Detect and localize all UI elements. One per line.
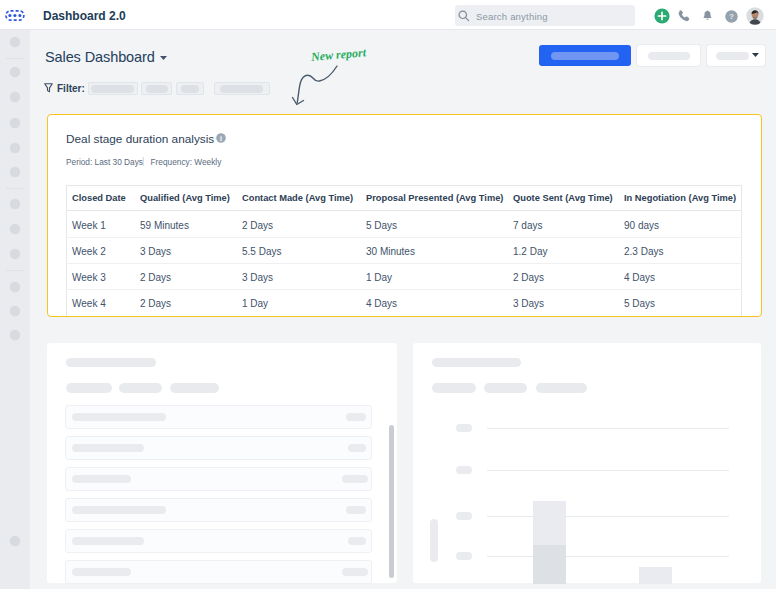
svg-text:?: ?: [729, 12, 734, 21]
svg-text:i: i: [220, 135, 222, 142]
